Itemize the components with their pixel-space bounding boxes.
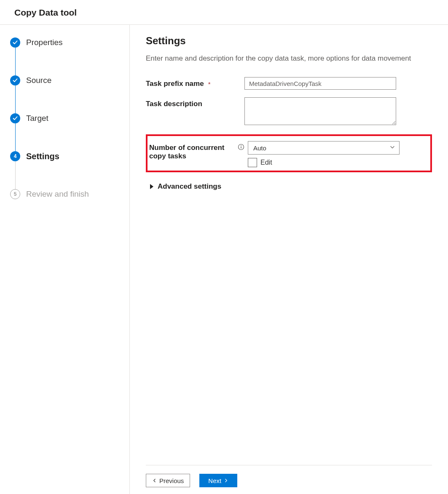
svg-point-1 [241, 145, 241, 146]
page-header: Copy Data tool [0, 0, 448, 25]
step-label: Source [26, 76, 51, 85]
previous-button[interactable]: Previous [146, 474, 190, 487]
step-label: Settings [26, 152, 59, 161]
task-prefix-label: Task prefix name [146, 80, 204, 88]
caret-right-icon [150, 184, 153, 189]
edit-checkbox[interactable] [248, 158, 257, 167]
chevron-left-icon [152, 478, 157, 483]
advanced-settings-label: Advanced settings [158, 182, 221, 191]
task-description-input[interactable] [244, 97, 396, 125]
row-task-prefix: Task prefix name * [146, 77, 432, 90]
select-value: Auto [253, 144, 266, 152]
step-review[interactable]: 5 Review and finish [10, 189, 121, 199]
step-source[interactable]: Source [10, 75, 121, 85]
next-button-label: Next [208, 477, 221, 484]
step-label: Review and finish [26, 190, 89, 199]
required-indicator: * [208, 80, 211, 88]
wizard-sidebar: Properties Source Target 4 Settings [0, 25, 130, 494]
step-label: Target [26, 114, 48, 123]
step-number-icon: 5 [10, 189, 20, 199]
task-description-label: Task description [146, 100, 202, 108]
step-number-icon: 4 [10, 151, 20, 161]
checkmark-icon [10, 113, 20, 123]
advanced-settings-toggle[interactable]: Advanced settings [146, 179, 432, 191]
main-panel: Settings Enter name and description for … [130, 25, 448, 494]
concurrent-tasks-label: Number of concurrent copy tasks [149, 144, 225, 160]
previous-button-label: Previous [159, 477, 184, 484]
edit-checkbox-label: Edit [260, 159, 272, 166]
step-label: Properties [26, 38, 63, 47]
step-target[interactable]: Target [10, 113, 121, 123]
checkmark-icon [10, 37, 20, 48]
section-subtitle: Enter name and description for the copy … [146, 54, 432, 63]
task-prefix-input[interactable] [244, 77, 396, 90]
row-task-description: Task description [146, 97, 432, 127]
info-icon[interactable] [238, 144, 244, 152]
section-title: Settings [146, 35, 432, 47]
concurrent-tasks-select[interactable]: Auto [248, 141, 400, 155]
wizard-footer: Previous Next [146, 465, 432, 487]
highlighted-section: Number of concurrent copy tasks Auto [146, 134, 432, 172]
checkmark-icon [10, 75, 20, 85]
step-properties[interactable]: Properties [10, 37, 121, 48]
page-title: Copy Data tool [14, 8, 434, 18]
step-settings[interactable]: 4 Settings [10, 151, 121, 161]
next-button[interactable]: Next [199, 474, 237, 487]
chevron-right-icon [223, 478, 228, 483]
